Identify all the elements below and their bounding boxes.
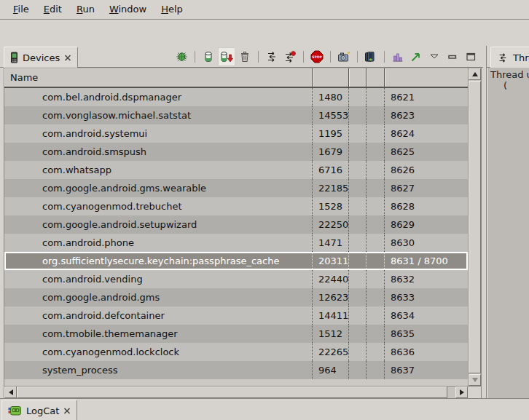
threads-message-line1: Thread up xyxy=(490,69,529,80)
view-menu-button[interactable] xyxy=(426,48,442,66)
close-icon[interactable] xyxy=(63,408,71,414)
process-name: com.android.phone xyxy=(4,234,313,252)
status-cell xyxy=(367,143,385,161)
sysinfo-button[interactable] xyxy=(390,48,406,66)
menu-file[interactable]: File xyxy=(6,1,36,17)
table-row[interactable]: com.cyanogenmod.trebuchet 1528 8628 xyxy=(4,197,468,215)
table-row[interactable]: com.android.phone 1471 8630 xyxy=(4,234,468,252)
screen-capture-button[interactable] xyxy=(336,48,352,66)
debug-button[interactable] xyxy=(173,48,189,66)
dump-hprof-button[interactable] xyxy=(219,48,235,66)
maximize-button[interactable] xyxy=(463,48,479,66)
status-cell xyxy=(349,106,367,124)
process-pid: 1512 xyxy=(313,325,349,343)
process-name: com.android.systemui xyxy=(4,124,313,143)
process-name: com.android.smspush xyxy=(4,143,313,161)
process-port: 8632 xyxy=(385,270,468,288)
update-heap-button[interactable] xyxy=(200,48,216,66)
status-cell xyxy=(349,215,367,234)
horizontal-scrollbar-thumb[interactable] xyxy=(17,387,447,398)
table-row[interactable]: com.android.vending 22440 8632 xyxy=(4,270,468,288)
column-header-name[interactable]: Name xyxy=(4,68,313,87)
status-cell xyxy=(349,306,367,325)
debug-bug-icon xyxy=(176,51,188,63)
horizontal-scrollbar[interactable] xyxy=(4,386,468,398)
tab-devices[interactable]: Devices xyxy=(4,47,78,68)
process-name: com.google.android.setupwizard xyxy=(4,215,313,234)
heap-icon xyxy=(204,51,213,63)
status-cell xyxy=(367,179,385,197)
scroll-up-button[interactable] xyxy=(469,68,481,80)
start-profiling-button[interactable] xyxy=(282,48,298,66)
process-port: 8627 xyxy=(385,179,468,197)
process-name: com.android.vending xyxy=(4,270,313,288)
vertical-scrollbar[interactable] xyxy=(468,68,481,386)
toolbar-separator xyxy=(330,51,331,63)
process-name: org.sufficientlysecure.keychain:passphra… xyxy=(4,252,313,270)
process-pid: 22250 xyxy=(313,215,349,234)
process-pid: 22185 xyxy=(313,179,349,197)
table-row[interactable]: system_process 964 8637 xyxy=(4,361,468,379)
table-row[interactable]: com.google.android.setupwizard 22250 862… xyxy=(4,215,468,234)
table-row[interactable]: com.whatsapp 6716 8626 xyxy=(4,161,468,179)
menu-window[interactable]: Window xyxy=(102,1,154,17)
toolbar-separator xyxy=(195,51,195,63)
process-pid: 1528 xyxy=(313,197,349,215)
table-row[interactable]: com.android.defcontainer 14411 8634 xyxy=(4,306,468,325)
scroll-left-button[interactable] xyxy=(4,387,17,398)
scroll-right-button[interactable] xyxy=(455,387,468,398)
menu-help[interactable]: Help xyxy=(154,1,190,17)
process-name: com.vonglasow.michael.satstat xyxy=(4,106,313,124)
sysinfo-bars-icon xyxy=(392,51,404,63)
menu-edit[interactable]: Edit xyxy=(36,1,69,17)
table-row[interactable]: com.android.smspush 1679 8625 xyxy=(4,143,468,161)
table-row[interactable]: com.vonglasow.michael.satstat 14553 8623 xyxy=(4,106,468,124)
process-port: 8628 xyxy=(385,197,468,215)
toolbar-separator xyxy=(303,51,304,63)
tab-logcat-label: LogCat xyxy=(26,405,59,416)
table-row[interactable]: com.android.systemui 1195 8624 xyxy=(4,124,468,143)
table-row[interactable]: com.bel.android.dspmanager 1480 8621 xyxy=(4,88,468,106)
table-row[interactable]: com.cyanogenmod.lockclock 22265 8636 xyxy=(4,343,468,361)
table-row[interactable]: com.google.android.gms.wearable 22185 86… xyxy=(4,179,468,197)
threads-tabbar: Threads xyxy=(487,46,529,68)
minimize-button[interactable] xyxy=(444,48,461,66)
column-header-status2[interactable] xyxy=(367,68,385,87)
device-screens-button[interactable] xyxy=(363,48,379,66)
scroll-down-button[interactable] xyxy=(469,374,481,386)
process-pid: 1195 xyxy=(313,124,349,143)
close-icon[interactable] xyxy=(64,55,71,61)
column-header-pid[interactable] xyxy=(313,68,349,87)
process-name: com.android.defcontainer xyxy=(4,306,313,325)
threads-message: Thread up ( xyxy=(487,68,529,398)
process-name: system_process xyxy=(4,361,313,379)
process-port: 8636 xyxy=(385,343,468,361)
method-profiling-button[interactable] xyxy=(408,48,424,66)
status-cell xyxy=(349,197,367,215)
status-cell xyxy=(349,161,367,179)
vertical-scrollbar-thumb[interactable] xyxy=(469,81,481,373)
table-row[interactable]: com.google.android.gms 12623 8633 xyxy=(4,288,468,306)
cause-gc-button[interactable] xyxy=(237,48,253,66)
menu-run[interactable]: Run xyxy=(69,1,102,17)
stop-process-button[interactable]: STOP xyxy=(309,48,325,66)
table-row[interactable]: com.tmobile.thememanager 1512 8635 xyxy=(4,325,468,343)
update-threads-button[interactable] xyxy=(264,48,280,66)
column-header-status1[interactable] xyxy=(349,68,367,87)
status-cell xyxy=(349,343,367,361)
status-cell xyxy=(367,288,385,306)
camera-icon xyxy=(337,51,350,63)
table-row[interactable]: org.sufficientlysecure.keychain:passphra… xyxy=(4,252,468,270)
tab-threads[interactable]: Threads xyxy=(490,47,529,68)
menu-bar: File Edit Run Window Help xyxy=(0,0,529,20)
column-header-port[interactable] xyxy=(385,68,468,87)
threads-icon xyxy=(497,52,509,63)
process-pid: 1471 xyxy=(313,234,349,252)
table-header: Name xyxy=(4,68,468,88)
status-cell xyxy=(367,252,385,270)
status-cell xyxy=(349,234,367,252)
process-name: com.tmobile.thememanager xyxy=(4,325,313,343)
process-port: 8624 xyxy=(385,124,468,143)
tab-logcat[interactable]: LogCat xyxy=(1,400,77,420)
status-cell xyxy=(367,343,385,361)
